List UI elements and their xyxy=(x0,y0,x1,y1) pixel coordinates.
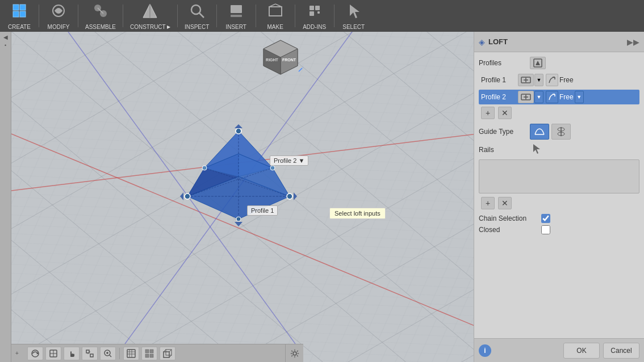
rails-cursor xyxy=(530,143,541,156)
profile1-free-label: Free xyxy=(559,76,574,84)
panel-footer: i OK Cancel xyxy=(474,338,644,362)
construct-menu[interactable]: CONSTRUCT ▶ xyxy=(126,1,175,31)
make-menu[interactable]: MAKE xyxy=(258,1,292,31)
cancel-button[interactable]: Cancel xyxy=(603,343,639,359)
profile1-tooltip[interactable]: Profile 1 xyxy=(247,205,278,216)
sep6 xyxy=(256,5,256,27)
svg-rect-20 xyxy=(317,11,320,14)
svg-rect-2 xyxy=(13,11,19,17)
remove-profile-button[interactable]: ✕ xyxy=(498,107,512,119)
panel-expand-button[interactable]: ▶▶ xyxy=(627,37,639,47)
svg-point-38 xyxy=(236,128,241,134)
profile2-free-section: Free ▼ xyxy=(546,91,584,103)
addins-menu[interactable]: ADD-INS xyxy=(298,1,332,31)
viewport-settings-left[interactable]: + xyxy=(11,344,23,362)
svg-point-41 xyxy=(202,166,207,170)
profiles-select-button[interactable] xyxy=(530,57,546,69)
create-menu[interactable]: CREATE xyxy=(2,1,36,31)
profile2-select-button[interactable] xyxy=(518,91,534,103)
create-icon xyxy=(11,2,28,23)
profile2-tangent-icon[interactable] xyxy=(546,91,558,103)
svg-line-81 xyxy=(169,350,172,352)
modify-icon xyxy=(50,2,67,23)
guide-type-rails-button[interactable] xyxy=(530,124,549,140)
guide-type-buttons xyxy=(530,124,571,140)
add-profile-button[interactable]: + xyxy=(481,107,495,119)
main-area: ◀ • xyxy=(0,32,644,362)
svg-rect-17 xyxy=(310,6,314,10)
profile1-tooltip-text: Profile 1 xyxy=(251,207,274,214)
addins-icon xyxy=(306,2,323,23)
inspect-label: INSPECT xyxy=(185,24,209,30)
select-loft-hint: Select loft inputs xyxy=(329,208,386,219)
chain-selection-label: Chain Selection xyxy=(479,214,541,222)
grid-button[interactable] xyxy=(141,347,157,360)
svg-rect-61 xyxy=(86,350,89,353)
svg-rect-78 xyxy=(164,352,169,357)
profile1-tangent-icon[interactable] xyxy=(546,74,558,86)
bt-sep1 xyxy=(119,348,120,359)
guide-type-centerline-button[interactable] xyxy=(551,124,571,140)
closed-row: Closed xyxy=(479,225,639,234)
svg-point-40 xyxy=(287,193,292,199)
ok-button[interactable]: OK xyxy=(563,343,600,359)
viewport-settings-gear[interactable] xyxy=(285,344,303,362)
profile2-tooltip[interactable]: Profile 2 ▼ xyxy=(270,155,308,166)
zoom-extend-button[interactable] xyxy=(82,347,98,360)
view-cube-button[interactable] xyxy=(160,347,175,360)
display-mode-button[interactable] xyxy=(123,347,139,360)
info-button[interactable]: i xyxy=(479,344,491,357)
create-label: CREATE xyxy=(8,24,31,30)
assemble-label: ASSEMBLE xyxy=(85,24,116,30)
select-menu[interactable]: SELECT xyxy=(337,1,371,31)
pan-button[interactable] xyxy=(45,347,61,360)
add-rail-button[interactable]: + xyxy=(481,197,495,209)
3d-viewport[interactable]: Profile 2 ▼ Profile 1 Select loft inputs… xyxy=(11,32,474,362)
profile1-select-button[interactable] xyxy=(518,74,534,86)
left-panel-collapse[interactable]: ◀ • xyxy=(0,32,11,362)
svg-rect-3 xyxy=(20,11,26,17)
hand-button[interactable] xyxy=(64,347,80,360)
modify-label: MODIFY xyxy=(48,24,70,30)
navigation-cube[interactable]: FRONT RIGHT Z xyxy=(258,37,298,77)
svg-rect-13 xyxy=(231,15,242,17)
profile1-free-section: Free xyxy=(546,74,574,86)
select-icon xyxy=(345,2,362,23)
svg-marker-45 xyxy=(294,192,297,200)
rails-area xyxy=(479,159,639,193)
panel-title: LOFT xyxy=(488,37,624,46)
panel-body: Profiles Profile 1 xyxy=(474,52,644,338)
closed-checkbox[interactable] xyxy=(541,225,550,234)
profile2-free-dropdown[interactable]: ▼ xyxy=(575,91,584,103)
assemble-icon xyxy=(92,2,109,23)
svg-point-10 xyxy=(191,5,200,14)
modify-menu[interactable]: MODIFY xyxy=(41,1,76,31)
guide-type-label: Guide Type xyxy=(479,128,530,136)
svg-text:Z: Z xyxy=(303,64,303,68)
make-icon xyxy=(267,2,284,23)
sep7 xyxy=(295,5,295,27)
orbit-button[interactable] xyxy=(27,347,43,360)
svg-marker-85 xyxy=(536,61,540,65)
insert-icon xyxy=(228,2,245,23)
svg-rect-0 xyxy=(13,5,19,10)
profile1-dropdown[interactable]: ▼ xyxy=(534,74,543,86)
svg-marker-47 xyxy=(235,124,242,128)
expand-icon: + xyxy=(15,350,19,356)
zoom-button[interactable] xyxy=(100,347,116,360)
chain-selection-checkbox[interactable] xyxy=(541,214,550,223)
svg-point-39 xyxy=(185,193,190,199)
loft-panel: ◈ LOFT ▶▶ Profiles Prof xyxy=(474,32,644,362)
remove-rail-button[interactable]: ✕ xyxy=(498,197,512,209)
svg-point-83 xyxy=(293,352,296,355)
svg-rect-12 xyxy=(231,5,242,13)
profiles-section-row: Profiles xyxy=(479,57,639,69)
profile2-dropdown[interactable]: ▼ xyxy=(534,91,543,103)
profiles-content xyxy=(530,57,639,69)
inspect-menu[interactable]: INSPECT xyxy=(180,1,214,31)
sep4 xyxy=(177,5,178,27)
svg-marker-44 xyxy=(180,192,183,200)
insert-menu[interactable]: INSERT xyxy=(219,1,253,31)
assemble-menu[interactable]: ASSEMBLE xyxy=(81,1,120,31)
svg-rect-77 xyxy=(150,354,153,357)
